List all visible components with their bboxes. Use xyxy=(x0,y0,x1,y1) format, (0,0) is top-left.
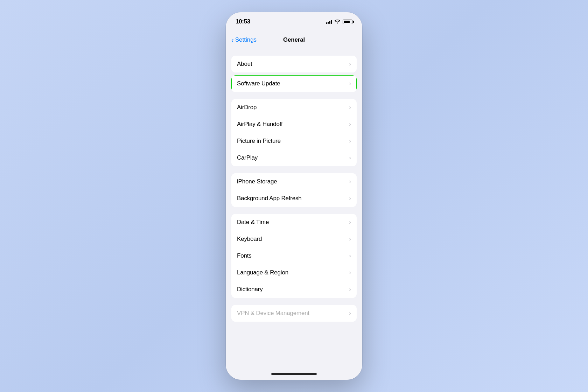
chevron-airdrop-icon: › xyxy=(349,104,351,111)
row-language-region[interactable]: Language & Region › xyxy=(231,264,357,281)
status-icons xyxy=(326,19,352,24)
row-vpn-label: VPN & Device Management xyxy=(237,310,309,317)
wifi-icon xyxy=(335,19,340,24)
chevron-about-icon: › xyxy=(349,61,351,68)
row-airdrop[interactable]: AirDrop › xyxy=(231,99,357,116)
row-keyboard[interactable]: Keyboard › xyxy=(231,231,357,247)
row-carplay-label: CarPlay xyxy=(237,154,258,161)
section-storage: iPhone Storage › Background App Refresh … xyxy=(231,173,357,207)
chevron-dictionary-icon: › xyxy=(349,286,351,293)
row-airplay-label: AirPlay & Handoff xyxy=(237,121,282,128)
back-label: Settings xyxy=(235,36,257,43)
chevron-datetime-icon: › xyxy=(349,219,351,226)
chevron-language-icon: › xyxy=(349,269,351,276)
page-title: General xyxy=(283,36,305,43)
chevron-vpn-icon: › xyxy=(349,310,351,317)
row-software-update[interactable]: Software Update › xyxy=(231,75,357,92)
chevron-pip-icon: › xyxy=(349,138,351,145)
scroll-content[interactable]: About › Software Update › AirDrop › AirP… xyxy=(226,49,362,368)
row-pip-label: Picture in Picture xyxy=(237,138,281,145)
chevron-carplay-icon: › xyxy=(349,154,351,161)
battery-icon xyxy=(343,20,352,24)
signal-icon xyxy=(326,20,332,24)
row-background-app-refresh[interactable]: Background App Refresh › xyxy=(231,190,357,207)
row-datetime-label: Date & Time xyxy=(237,219,269,226)
row-dictionary-label: Dictionary xyxy=(237,286,263,293)
row-bgrefresh-label: Background App Refresh xyxy=(237,195,302,202)
status-time: 10:53 xyxy=(236,18,250,25)
row-keyboard-label: Keyboard xyxy=(237,236,262,243)
row-software-update-label: Software Update xyxy=(237,80,280,87)
row-language-label: Language & Region xyxy=(237,269,288,276)
status-bar: 10:53 xyxy=(226,12,362,31)
row-vpn[interactable]: VPN & Device Management › xyxy=(231,305,357,322)
back-chevron-icon: ‹ xyxy=(231,36,234,43)
chevron-keyboard-icon: › xyxy=(349,236,351,243)
row-fonts-label: Fonts xyxy=(237,252,252,259)
home-indicator xyxy=(226,368,362,380)
chevron-bgrefresh-icon: › xyxy=(349,195,351,202)
section-vpn: VPN & Device Management › xyxy=(231,305,357,322)
row-airplay-handoff[interactable]: AirPlay & Handoff › xyxy=(231,116,357,133)
chevron-airplay-icon: › xyxy=(349,121,351,128)
section-about: About › xyxy=(231,56,357,72)
section-connectivity: AirDrop › AirPlay & Handoff › Picture in… xyxy=(231,99,357,166)
chevron-storage-icon: › xyxy=(349,178,351,185)
phone-frame: 10:53 ‹ Settings xyxy=(226,12,362,380)
home-bar xyxy=(271,373,317,375)
section-system: Date & Time › Keyboard › Fonts › Languag… xyxy=(231,214,357,298)
back-button[interactable]: ‹ Settings xyxy=(231,36,257,43)
row-picture-in-picture[interactable]: Picture in Picture › xyxy=(231,133,357,149)
row-storage-label: iPhone Storage xyxy=(237,178,277,185)
row-about[interactable]: About › xyxy=(231,56,357,72)
row-dictionary[interactable]: Dictionary › xyxy=(231,281,357,298)
section-software-update: Software Update › xyxy=(231,75,357,92)
nav-header: ‹ Settings General xyxy=(226,31,362,49)
row-carplay[interactable]: CarPlay › xyxy=(231,149,357,166)
chevron-fonts-icon: › xyxy=(349,252,351,259)
row-fonts[interactable]: Fonts › xyxy=(231,247,357,264)
row-airdrop-label: AirDrop xyxy=(237,104,257,111)
chevron-software-icon: › xyxy=(349,80,351,87)
row-iphone-storage[interactable]: iPhone Storage › xyxy=(231,173,357,190)
row-about-label: About xyxy=(237,61,252,68)
row-date-time[interactable]: Date & Time › xyxy=(231,214,357,231)
